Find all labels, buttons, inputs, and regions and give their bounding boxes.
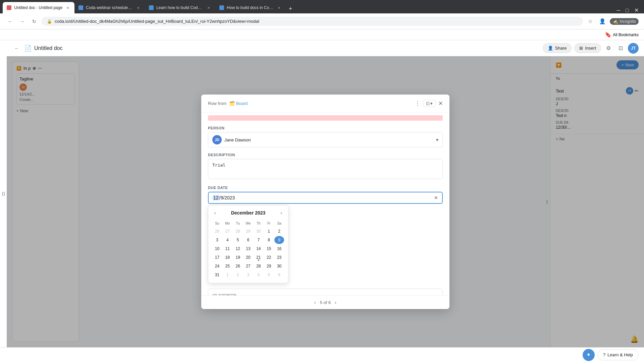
forward-button[interactable]: →	[17, 17, 27, 26]
cal-day-19[interactable]: 19	[233, 253, 243, 261]
calendar-next-button[interactable]: ›	[278, 209, 284, 216]
cal-day-12[interactable]: 12	[233, 245, 243, 253]
comment-input[interactable]	[212, 292, 438, 295]
cal-day-2[interactable]: 2	[274, 227, 284, 235]
minimize-button[interactable]: ─	[616, 7, 620, 13]
cal-day-8[interactable]: 8	[264, 236, 274, 244]
cal-day-30[interactable]: 30	[274, 262, 284, 270]
app-back-button[interactable]: ←	[12, 44, 21, 53]
cal-day-16[interactable]: 16	[274, 245, 284, 253]
bookmarks-bar: 🔖 All Bookmarks	[0, 29, 644, 40]
tab-4-close[interactable]: ✕	[276, 5, 282, 10]
insert-button[interactable]: ⊞ Insert	[574, 43, 601, 53]
cal-day-3[interactable]: 3	[212, 236, 222, 244]
cal-day-15[interactable]: 15	[264, 245, 274, 253]
description-field-section: DESCRIPTION	[208, 153, 443, 180]
cal-day-17[interactable]: 17	[212, 253, 222, 261]
cal-day-23[interactable]: 23	[274, 253, 284, 261]
share-button[interactable]: 👤 Share	[543, 43, 572, 53]
modal-view-toggle[interactable]: ⊡ ▾	[423, 100, 436, 107]
maximize-button[interactable]: □	[626, 7, 629, 13]
tab-1[interactable]: Untitled doc · Untitled page ✕	[3, 2, 74, 13]
cal-day-5[interactable]: 5	[233, 236, 243, 244]
cal-day-27[interactable]: 27	[244, 262, 253, 270]
clear-date-button[interactable]: ✕	[434, 195, 438, 200]
cal-day[interactable]: 5	[264, 271, 274, 279]
tab-2-close[interactable]: ✕	[136, 5, 141, 10]
cal-day[interactable]: 30	[254, 227, 263, 235]
cal-day-9-selected[interactable]: 9	[274, 236, 284, 244]
comment-section	[208, 289, 443, 295]
left-collapse-button[interactable]: ⟨⟩	[0, 40, 7, 347]
tab-2-title: Coda webinar schedule, regist...	[86, 5, 133, 10]
tab-3-close[interactable]: ✕	[206, 5, 211, 10]
cal-day[interactable]: 1	[223, 271, 232, 279]
cal-day[interactable]: 28	[233, 227, 243, 235]
modal-more-icon[interactable]: ⋮	[415, 100, 420, 107]
board-grid-icon: 🗂️	[229, 101, 235, 106]
person-field-label: PERSON	[208, 126, 443, 130]
cal-day-25[interactable]: 25	[223, 262, 232, 270]
pagination-next-button[interactable]: ›	[335, 300, 336, 305]
user-avatar[interactable]: JT	[628, 43, 639, 54]
cal-day-26[interactable]: 26	[233, 262, 243, 270]
view-icon: ⊡	[426, 101, 430, 106]
calendar-prev-button[interactable]: ‹	[212, 209, 218, 216]
cal-day-21-cursor[interactable]: 21	[254, 253, 263, 261]
cal-day-13[interactable]: 13	[244, 245, 253, 253]
bottom-bar: ✦ ? Learn & Help	[0, 347, 644, 362]
reload-button[interactable]: ↻	[30, 17, 39, 26]
person-selector[interactable]: JD Jane Dawson ▾	[208, 132, 443, 147]
modal-close-button[interactable]: ✕	[438, 100, 443, 107]
person-avatar: JD	[212, 135, 222, 144]
cal-day[interactable]: 26	[212, 227, 222, 235]
tab-4-favicon	[219, 5, 224, 10]
dow-fr: Fr	[264, 220, 274, 227]
cal-day-28[interactable]: 28	[254, 262, 263, 270]
profile-icon[interactable]: 👤	[598, 17, 607, 26]
new-tab-button[interactable]: +	[286, 4, 295, 13]
app-main: ← 📄 Untitled doc 👤 Share ⊞ Insert ⚙ ⊡	[7, 40, 644, 347]
cal-day-10[interactable]: 10	[212, 245, 222, 253]
tab-2[interactable]: Coda webinar schedule, regist... ✕	[74, 2, 145, 13]
description-input[interactable]	[208, 159, 443, 179]
bookmark-star-icon[interactable]: ☆	[586, 17, 595, 26]
tab-4[interactable]: How to build docs in Coda, cr... ✕	[215, 2, 286, 13]
cal-day-11[interactable]: 11	[223, 245, 232, 253]
pagination-prev-button[interactable]: ‹	[314, 300, 316, 305]
learn-help-button[interactable]: ? Learn & Help	[597, 349, 639, 360]
board-link[interactable]: 🗂️ Board	[229, 101, 248, 106]
cal-day-4[interactable]: 4	[223, 236, 232, 244]
date-value-display[interactable]: 12/9/2023	[213, 195, 434, 200]
cal-day-7[interactable]: 7	[254, 236, 263, 244]
tab-3[interactable]: Learn how to build Coda docs ✕	[145, 2, 215, 13]
user-initials: JT	[631, 46, 636, 51]
cal-day-29[interactable]: 29	[264, 262, 274, 270]
ai-assistant-button[interactable]: ✦	[583, 349, 595, 361]
settings-icon[interactable]: ⚙	[604, 44, 613, 53]
cal-day[interactable]: 3	[244, 271, 253, 279]
back-button[interactable]: ←	[5, 17, 15, 26]
due-date-field-label: DUE DATE	[208, 186, 443, 190]
cal-day-20[interactable]: 20	[244, 253, 253, 261]
tab-1-close[interactable]: ✕	[65, 5, 70, 10]
cal-day-31[interactable]: 31	[212, 271, 222, 279]
row-from-label: Row from	[208, 101, 227, 106]
modal-body: PERSON JD Jane Dawson ▾	[201, 113, 449, 295]
cal-day-1[interactable]: 1	[264, 227, 274, 235]
tab-3-favicon	[149, 5, 154, 10]
cal-day[interactable]: 27	[223, 227, 232, 235]
view-toggle-icon[interactable]: ⊡	[616, 44, 625, 53]
address-bar[interactable]: 🔒 coda.io/d/Untitled-doc_dk4MaGh2h6p/Unt…	[42, 17, 583, 26]
cal-day[interactable]: 2	[233, 271, 243, 279]
cal-day[interactable]: 6	[274, 271, 284, 279]
close-window-button[interactable]: ✕	[634, 7, 639, 13]
cal-day-22[interactable]: 22	[264, 253, 274, 261]
cal-day[interactable]: 4	[254, 271, 263, 279]
cal-day-6[interactable]: 6	[244, 236, 253, 244]
cal-day-24[interactable]: 24	[212, 262, 222, 270]
all-bookmarks[interactable]: 🔖 All Bookmarks	[605, 32, 639, 38]
cal-day-14[interactable]: 14	[254, 245, 263, 253]
cal-day-18[interactable]: 18	[223, 253, 232, 261]
cal-day[interactable]: 29	[244, 227, 253, 235]
